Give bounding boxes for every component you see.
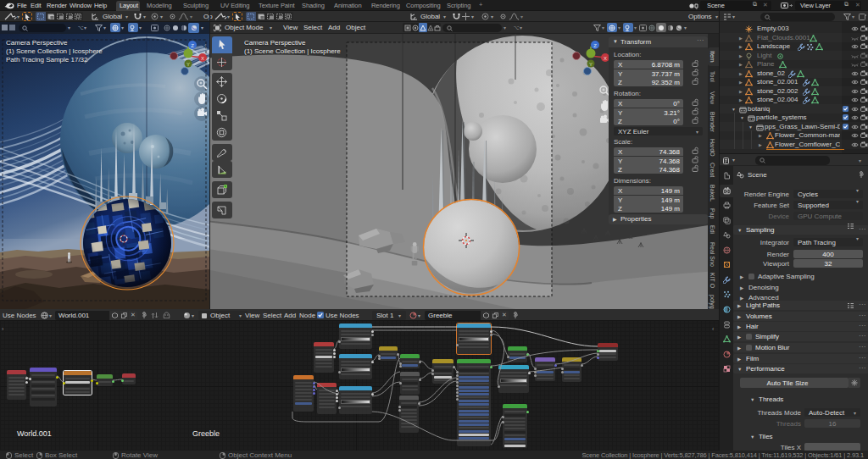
svg-text:X: X bbox=[604, 56, 607, 61]
svg-text:X: X bbox=[201, 56, 204, 61]
svg-text:Y: Y bbox=[589, 62, 593, 67]
svg-text:Y: Y bbox=[186, 62, 190, 67]
svg-text:Z: Z bbox=[191, 43, 194, 48]
svg-text:Z: Z bbox=[593, 43, 597, 48]
